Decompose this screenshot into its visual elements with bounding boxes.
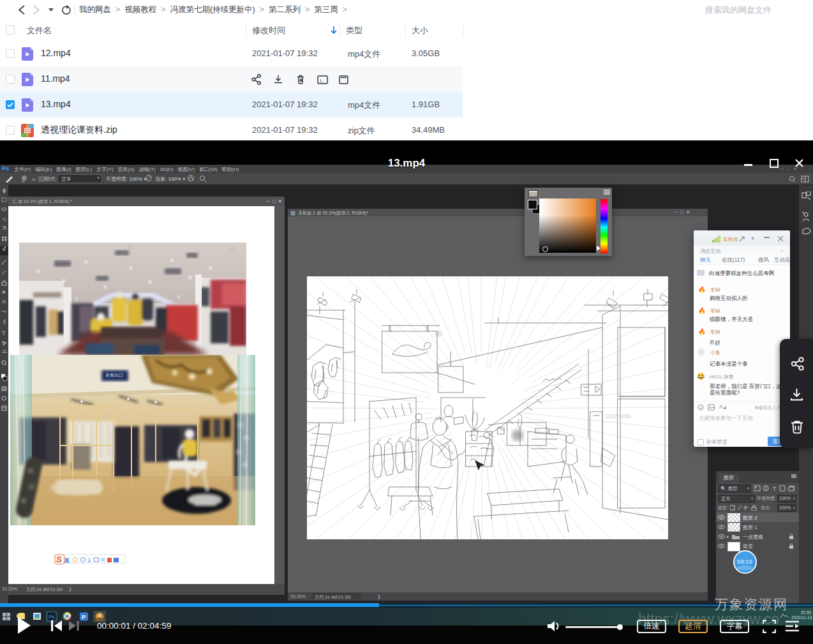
svg-text:23159266: 23159266 <box>606 413 631 419</box>
svg-text:JL: JL <box>128 244 134 250</box>
svg-text:美食出口: 美食出口 <box>105 373 123 378</box>
svg-text:S: S <box>56 555 62 564</box>
svg-text:T: T <box>773 486 776 492</box>
svg-text:I..: I.. <box>320 78 324 84</box>
svg-text:Ps: Ps <box>49 614 55 620</box>
svg-text:英: 英 <box>64 558 70 564</box>
svg-text:JL: JL <box>230 245 236 251</box>
svg-text:P: P <box>82 614 86 620</box>
svg-text:T: T <box>2 330 6 336</box>
svg-text:30: 30 <box>22 180 25 183</box>
